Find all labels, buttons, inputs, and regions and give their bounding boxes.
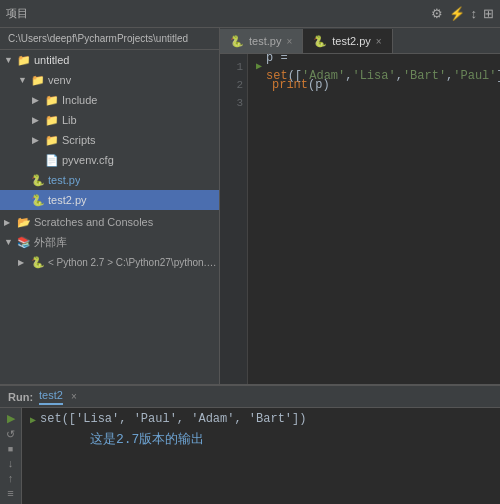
scratches-label: Scratches and Consoles	[34, 216, 153, 228]
run-stop-button[interactable]: ■	[3, 444, 19, 454]
annotation-text: 这是2.7版本的输出	[90, 430, 204, 448]
run-tab-close-icon[interactable]: ×	[71, 391, 77, 402]
folder-icon: 📁	[30, 74, 46, 87]
folder-icon: 📁	[44, 114, 60, 127]
python27-label: < Python 2.7 > C:\Python27\python.exe	[48, 257, 219, 268]
code-editor[interactable]: 1 2 3 ▶ p = set(['Adam','Lisa','Bart','P…	[220, 54, 500, 384]
project-name: untitled	[34, 54, 69, 66]
run-scroll-up-button[interactable]: ↑	[3, 472, 19, 484]
tree-item-test2py[interactable]: 🐍 test2.py	[0, 190, 219, 210]
tab-testpy-label: 🐍	[230, 35, 244, 48]
sidebar-header: C:\Users\deepf\PycharmProjects\untitled	[0, 28, 219, 50]
run-label: Run:	[8, 391, 33, 403]
external-libs-label: 外部库	[34, 235, 67, 250]
tree-item-external-libs[interactable]: ▼ 📚 外部库	[0, 232, 219, 252]
py-file-icon: 🐍	[30, 174, 46, 187]
output-arrow-icon: ▶	[30, 414, 36, 426]
run-arrow-icon: ▶	[256, 58, 262, 76]
arrow-icon: ▶	[4, 218, 16, 227]
arrow-icon: ▶	[32, 95, 44, 105]
tab-testpy-name: test.py	[249, 35, 281, 47]
py-file-icon: 🐍	[30, 194, 46, 207]
arrow-icon: ▶	[32, 135, 44, 145]
output-text: set(['Lisa', 'Paul', 'Adam', 'Bart'])	[40, 412, 306, 426]
run-output: ▶ set(['Lisa', 'Paul', 'Adam', 'Bart']) …	[22, 408, 500, 504]
tree-item-pyvenv[interactable]: 📄 pyvenv.cfg	[0, 150, 219, 170]
scratches-icon: 📂	[16, 216, 32, 229]
scripts-label: Scripts	[62, 134, 96, 146]
code-line-1: ▶ p = set(['Adam','Lisa','Bart','Paul'])	[256, 58, 492, 76]
run-tab[interactable]: test2	[39, 389, 63, 405]
run-panel: Run: test2 × ▶ ↺ ■ ↓ ↑ ≡ ⊞ ✕ ▶ set(['Lis…	[0, 384, 500, 504]
cfg-file-icon: 📄	[44, 154, 60, 167]
arrow-icon: ▶	[32, 115, 44, 125]
lib-icon: 📚	[16, 236, 32, 249]
run-content: ▶ ↺ ■ ↓ ↑ ≡ ⊞ ✕ ▶ set(['Lisa', 'Paul', '…	[0, 408, 500, 504]
folder-icon: 📁	[44, 94, 60, 107]
sync-icon[interactable]: ⚡	[449, 6, 465, 21]
run-rerun-button[interactable]: ↺	[3, 428, 19, 441]
tab-testpy[interactable]: 🐍 test.py ×	[220, 29, 303, 53]
settings-icon[interactable]: ⚙	[431, 6, 443, 21]
python-icon: 🐍	[30, 256, 46, 269]
tree-item-python27[interactable]: ▶ 🐍 < Python 2.7 > C:\Python27\python.ex…	[0, 252, 219, 272]
tree-item-lib[interactable]: ▶ 📁 Lib	[0, 110, 219, 130]
run-header: Run: test2 ×	[0, 386, 500, 408]
toolbar-title: 项目	[6, 6, 427, 21]
tab-test2py[interactable]: 🐍 test2.py ×	[303, 29, 392, 53]
arrow-icon: ▼	[4, 55, 16, 65]
arrow-icon: ▼	[18, 75, 30, 85]
tree-item-include[interactable]: ▶ 📁 Include	[0, 90, 219, 110]
pyvenv-label: pyvenv.cfg	[62, 154, 114, 166]
output-line-1: ▶ set(['Lisa', 'Paul', 'Adam', 'Bart'])	[30, 412, 492, 426]
include-label: Include	[62, 94, 97, 106]
testpy-label: test.py	[48, 174, 80, 186]
toolbar-icons: ⚙ ⚡ ↕ ⊞	[431, 6, 495, 21]
sidebar-content: ▼ 📁 untitled ▼ 📁 venv ▶ 📁 Include	[0, 50, 219, 384]
tree-item-testpy[interactable]: 🐍 test.py	[0, 170, 219, 190]
tab-testpy-close[interactable]: ×	[286, 36, 292, 47]
run-settings-button[interactable]: ≡	[3, 487, 19, 499]
tab-test2py-close[interactable]: ×	[376, 36, 382, 47]
top-toolbar: 项目 ⚙ ⚡ ↕ ⊞	[0, 0, 500, 28]
layout-icon[interactable]: ⊞	[483, 6, 494, 21]
sidebar-header-path: C:\Users\deepf\PycharmProjects\untitled	[8, 33, 188, 44]
run-play-button[interactable]: ▶	[3, 412, 19, 425]
tree-item-scratches[interactable]: ▶ 📂 Scratches and Consoles	[0, 212, 219, 232]
tree-item-untitled[interactable]: ▼ 📁 untitled	[0, 50, 219, 70]
tree-item-scripts[interactable]: ▶ 📁 Scripts	[0, 130, 219, 150]
tree-item-venv[interactable]: ▼ 📁 venv	[0, 70, 219, 90]
run-sidebar: ▶ ↺ ■ ↓ ↑ ≡ ⊞ ✕	[0, 408, 22, 504]
folder-icon: 📁	[44, 134, 60, 147]
lib-label: Lib	[62, 114, 77, 126]
expand-icon[interactable]: ↕	[471, 6, 478, 21]
tab-test2py-name: test2.py	[332, 35, 371, 47]
sidebar: C:\Users\deepf\PycharmProjects\untitled …	[0, 28, 220, 384]
main-area: C:\Users\deepf\PycharmProjects\untitled …	[0, 28, 500, 384]
test2py-label: test2.py	[48, 194, 87, 206]
folder-icon: 📁	[16, 54, 32, 67]
code-line-3	[256, 94, 492, 112]
line-numbers: 1 2 3	[220, 54, 248, 384]
editor-area: 🐍 test.py × 🐍 test2.py × 1 2 3 ▶ p	[220, 28, 500, 384]
tabs-bar: 🐍 test.py × 🐍 test2.py ×	[220, 28, 500, 54]
arrow-icon: ▶	[18, 258, 30, 267]
run-scroll-down-button[interactable]: ↓	[3, 457, 19, 469]
code-content[interactable]: ▶ p = set(['Adam','Lisa','Bart','Paul'])…	[248, 54, 500, 384]
tab-test2py-label: 🐍	[313, 35, 327, 48]
code-text-2: print(p)	[272, 76, 330, 94]
output-annotation-line: 这是2.7版本的输出	[30, 428, 492, 448]
venv-label: venv	[48, 74, 71, 86]
arrow-icon: ▼	[4, 237, 16, 247]
